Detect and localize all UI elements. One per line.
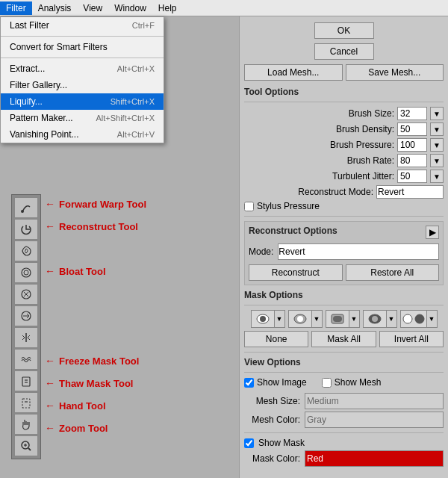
stylus-pressure-row: Stylus Pressure	[244, 201, 444, 211]
turbulent-jitter-dropdown[interactable]: ▼	[430, 170, 444, 183]
thaw-mask-label-row: ← Thaw Mask Tool	[45, 372, 146, 394]
svg-rect-9	[22, 399, 30, 408]
mask-icons-row: ▼ ▼ ▼ ▼	[244, 310, 444, 328]
menubar-analysis[interactable]: Analysis	[32, 1, 78, 15]
mask-icon-btn-4[interactable]	[363, 310, 387, 328]
mesh-size-label: Mesh Size:	[244, 396, 300, 406]
menu-filter-gallery[interactable]: Filter Gallery...	[1, 77, 164, 93]
bloat-label: Bloat Tool	[59, 266, 106, 277]
reconstruct-button[interactable]: Reconstruct	[249, 264, 343, 281]
mask-icon-dropdown-1[interactable]: ▼	[275, 310, 285, 328]
turbulent-jitter-label: Turbulent Jitter:	[305, 171, 394, 181]
cancel-button[interactable]: Cancel	[314, 43, 374, 60]
twirl-tool-btn[interactable]	[14, 240, 38, 261]
mask-icon-btn-3[interactable]	[326, 310, 349, 328]
divider-6	[244, 432, 444, 433]
show-image-row: Show Image	[244, 377, 307, 388]
ok-button[interactable]: OK	[314, 22, 374, 39]
reconstruct-label: Reconstruct Tool	[59, 221, 138, 232]
load-mesh-button[interactable]: Load Mesh...	[244, 64, 343, 81]
divider-3	[244, 305, 444, 305]
zoom-label: Zoom Tool	[59, 423, 108, 434]
svg-rect-18	[297, 316, 303, 322]
mesh-color-select[interactable]: Gray Black White Red	[305, 412, 444, 428]
menu-last-filter[interactable]: Last Filter Ctrl+F	[1, 17, 164, 34]
brush-density-input[interactable]	[397, 122, 427, 136]
turbulent-jitter-input[interactable]	[397, 170, 427, 183]
brush-rate-dropdown[interactable]: ▼	[430, 154, 444, 167]
invert-all-button[interactable]: Invert All	[379, 331, 444, 347]
menu-liquify[interactable]: Liquify... Shift+Ctrl+X	[1, 93, 164, 110]
show-mesh-row: Show Mesh	[322, 377, 382, 388]
hand-tool-btn[interactable]	[14, 414, 38, 435]
menu-extract[interactable]: Extract... Alt+Ctrl+X	[1, 60, 164, 77]
menu-vanishing-point[interactable]: Vanishing Point... Alt+Ctrl+V	[1, 126, 164, 143]
freeze-mask-arrow: ←	[45, 355, 55, 367]
reconstruct-expand-btn[interactable]: ▶	[426, 226, 439, 239]
mask-icon-dropdown-3[interactable]: ▼	[349, 310, 360, 328]
brush-density-dropdown[interactable]: ▼	[430, 122, 444, 136]
mask-icon-btn-5[interactable]	[400, 310, 427, 328]
show-mask-row: Show Mask	[244, 438, 444, 448]
mask-icon-dropdown-4[interactable]: ▼	[387, 310, 397, 328]
zoom-arrow: ←	[45, 422, 55, 434]
thaw-mask-tool-btn[interactable]	[14, 392, 38, 413]
turbulence-tool-btn[interactable]	[14, 349, 38, 370]
menubar-window[interactable]: Window	[108, 1, 152, 15]
bloat-tool-btn[interactable]	[14, 262, 38, 283]
restore-all-button[interactable]: Restore All	[346, 264, 440, 281]
push-left-tool-btn[interactable]	[14, 305, 38, 326]
separator-2	[1, 58, 164, 58]
show-mesh-checkbox[interactable]	[322, 378, 332, 388]
show-image-checkbox[interactable]	[244, 378, 254, 388]
stylus-pressure-checkbox[interactable]	[244, 202, 254, 211]
menu-pattern-maker[interactable]: Pattern Maker... Alt+Shift+Ctrl+X	[1, 110, 164, 126]
mask-icon-dropdown-5[interactable]: ▼	[427, 310, 438, 328]
divider-5	[244, 372, 444, 373]
mask-all-button[interactable]: Mask All	[311, 331, 376, 347]
menubar-view[interactable]: View	[77, 1, 108, 15]
mode-row: Mode: Revert	[249, 243, 439, 260]
mask-icon-btn-2[interactable]	[288, 310, 312, 328]
toolbar	[11, 194, 41, 459]
mesh-btn-row: Load Mesh... Save Mesh...	[244, 64, 444, 81]
forward-warp-label: Forward Warp Tool	[59, 199, 146, 210]
mode-select[interactable]: Revert	[278, 243, 439, 260]
thaw-mask-label: Thaw Mask Tool	[59, 378, 133, 389]
reconstruct-header: Reconstruct Options ▶	[249, 226, 439, 239]
reconstruct-mode-select[interactable]: Revert	[376, 185, 444, 199]
save-mesh-button[interactable]: Save Mesh...	[346, 64, 444, 81]
forward-warp-tool-btn[interactable]	[14, 197, 38, 218]
pucker-tool-btn[interactable]	[14, 284, 38, 305]
brush-rate-input[interactable]	[397, 154, 427, 167]
mask-icon-btn-1[interactable]	[251, 310, 275, 328]
brush-density-label: Brush Density:	[305, 124, 394, 134]
reconstruct-tool-btn[interactable]	[14, 219, 38, 240]
svg-point-0	[21, 210, 24, 213]
freeze-mask-tool-btn[interactable]	[14, 370, 38, 391]
tool-options-title: Tool Options	[244, 87, 444, 97]
brush-size-input[interactable]	[397, 107, 427, 120]
menubar-help[interactable]: Help	[152, 1, 183, 15]
mask-icon-dropdown-2[interactable]: ▼	[312, 310, 323, 328]
mask-color-select[interactable]: Red Green Blue	[305, 450, 444, 467]
zoom-label-row: ← Zoom Tool	[45, 417, 146, 439]
brush-pressure-input[interactable]	[397, 138, 427, 152]
show-mask-checkbox[interactable]	[244, 438, 254, 448]
mesh-size-row: Mesh Size: Medium Small Large	[244, 393, 444, 409]
brush-size-dropdown[interactable]: ▼	[430, 107, 444, 120]
thaw-mask-arrow: ←	[45, 377, 55, 389]
mode-label: Mode:	[249, 246, 273, 257]
mirror-tool-btn[interactable]	[14, 327, 38, 348]
panel: OK Cancel Load Mesh... Save Mesh... Tool…	[239, 16, 448, 478]
brush-pressure-dropdown[interactable]: ▼	[430, 138, 444, 152]
show-image-label: Show Image	[257, 377, 307, 388]
none-button[interactable]: None	[244, 331, 308, 347]
mesh-size-select[interactable]: Medium Small Large	[305, 393, 444, 409]
brush-size-row: Brush Size: ▼	[244, 107, 444, 120]
menu-convert-smart[interactable]: Convert for Smart Filters	[1, 39, 164, 55]
bloat-arrow: ←	[45, 265, 55, 277]
zoom-tool-btn[interactable]	[14, 435, 38, 456]
reconstruct-options-section: Reconstruct Options ▶ Mode: Revert Recon…	[244, 221, 444, 285]
menubar-filter[interactable]: Filter	[0, 1, 32, 15]
